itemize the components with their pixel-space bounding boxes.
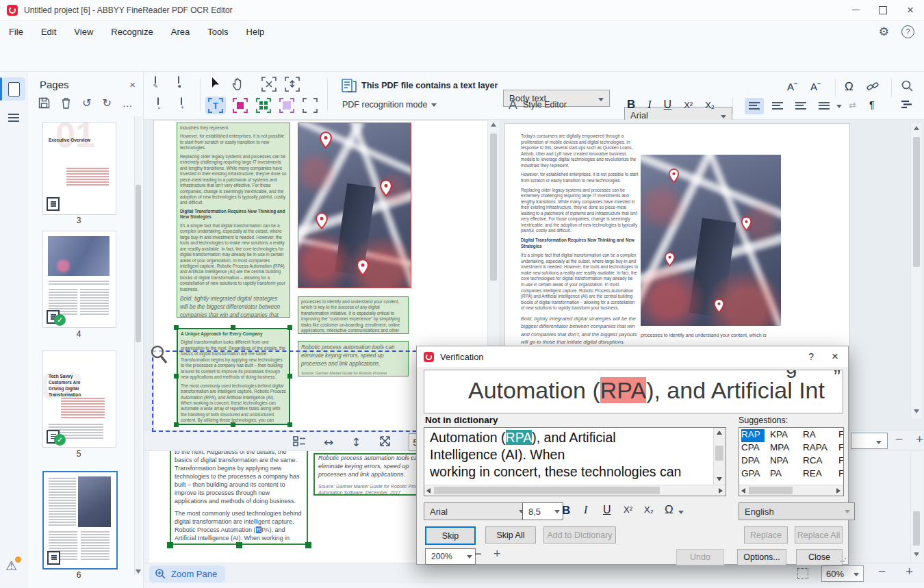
delete-page-icon[interactable] [61, 97, 71, 109]
zoom-in-icon[interactable]: + [906, 564, 913, 579]
menu-tools[interactable]: Tools [198, 21, 237, 42]
image-area-block[interactable] [298, 123, 411, 288]
resize-handle[interactable] [174, 325, 179, 330]
line-spacing-icon[interactable]: ⇄ [849, 100, 856, 110]
editbox-horizontal-scrollbar[interactable] [424, 485, 726, 496]
select-tool-icon[interactable] [208, 76, 222, 93]
page-thumbnail-3[interactable]: 01 Executive Overview [42, 122, 116, 215]
zoom-pane-scrollbar[interactable] [910, 451, 922, 563]
dialog-subscript-button[interactable]: X₂ [644, 504, 654, 515]
bold-button[interactable]: B [627, 98, 635, 112]
picture-area-tool-icon[interactable] [277, 97, 297, 114]
menu-edit[interactable]: Edit [32, 21, 65, 42]
close-button[interactable]: × [897, 0, 924, 20]
image-area-tool-icon[interactable] [230, 97, 251, 114]
page-thumbnail-6-selected[interactable] [42, 471, 118, 570]
style-editor-button[interactable]: Style Editor [508, 99, 567, 110]
increase-font-icon[interactable]: Aˆ [787, 81, 797, 92]
close-button[interactable]: Close [796, 549, 843, 565]
minimize-button[interactable] [842, 0, 869, 20]
rotate-left-icon[interactable]: ↺ [82, 97, 91, 110]
align-right-button[interactable] [791, 98, 810, 114]
replace-button[interactable]: Replace [744, 526, 788, 544]
dialog-superscript-button[interactable]: X² [624, 504, 632, 515]
text-pane-scrollbar[interactable] [910, 123, 922, 419]
dialog-zoom-out-icon[interactable]: − [474, 547, 482, 561]
text-area-block-2[interactable]: processes to identify and understand you… [298, 296, 409, 334]
align-left-button[interactable] [745, 98, 764, 114]
fit-height-icon[interactable]: ↕ [351, 435, 361, 449]
zoom-pane-zoom-select[interactable]: 60% [821, 565, 864, 582]
menu-area[interactable]: Area [162, 21, 198, 42]
zoom-in-icon[interactable]: + [916, 432, 923, 447]
resize-handle[interactable] [231, 325, 235, 330]
dialog-underline-button[interactable]: U [603, 504, 611, 516]
suggestions-horizontal-scrollbar[interactable] [739, 485, 843, 496]
options-button[interactable]: Options... [737, 549, 786, 565]
suggestion-item[interactable]: MPA [770, 442, 803, 455]
copy-page-icon[interactable]: + [181, 97, 182, 109]
skip-button[interactable]: Skip [425, 526, 476, 545]
search-icon[interactable] [901, 79, 914, 94]
suggestion-item[interactable]: KPA [770, 429, 803, 442]
dialog-font-size-select[interactable]: 8,5 [522, 502, 563, 520]
menu-file[interactable]: File [0, 21, 32, 42]
skip-all-button[interactable]: Skip All [485, 526, 536, 544]
suggestions-listbox[interactable]: RAP KPA RA F CPA MPA RAPA F DPA NPA RCA … [739, 427, 844, 496]
suggestion-item[interactable]: RAPA [803, 442, 838, 455]
decrease-font-icon[interactable]: Aˇ [810, 81, 821, 92]
dialog-bold-button[interactable]: B [562, 504, 570, 517]
fit-page-icon[interactable] [379, 435, 391, 449]
dialog-zoom-in-icon[interactable]: + [493, 547, 501, 561]
italic-button[interactable]: I [647, 99, 651, 111]
align-options-chevron-icon[interactable] [836, 105, 842, 111]
warning-icon[interactable]: ⚠ [5, 558, 17, 574]
more-options-icon[interactable]: … [123, 97, 133, 109]
pages-panel-tab[interactable] [2, 77, 25, 101]
pages-scrollbar[interactable] [134, 116, 142, 575]
dialog-resize-grip[interactable] [840, 556, 847, 563]
resize-handle[interactable] [305, 542, 311, 548]
edit-page-image-icon[interactable]: ✎ [155, 76, 156, 88]
pan-hand-icon[interactable] [231, 77, 246, 94]
zoom-pane-toggle-button[interactable]: Zoom Pane [149, 565, 225, 583]
dialog-symbol-chevron-icon[interactable] [678, 511, 684, 517]
settings-gear-icon[interactable]: ⚙ [879, 25, 889, 39]
pages-scroll-down-icon[interactable] [136, 570, 141, 574]
resize-handle[interactable] [236, 542, 242, 548]
add-to-dictionary-button[interactable]: Add to Dictionary [543, 526, 616, 544]
zoom-out-icon[interactable]: − [878, 564, 886, 579]
save-icon[interactable] [38, 97, 50, 109]
rotate-right-icon[interactable]: ↻ [102, 97, 111, 110]
not-in-dictionary-editbox[interactable]: Automation (RPA), and Artificial Intelli… [424, 427, 726, 496]
align-center-button[interactable] [768, 98, 787, 114]
page-thumbnail-5[interactable]: 02 Tech Savvy Customers Are Driving Digi… [42, 350, 116, 448]
pdf-recognition-mode-dropdown[interactable]: PDF recognition mode [342, 100, 437, 110]
special-symbol-icon[interactable]: Ω [845, 80, 854, 94]
resize-handle[interactable] [287, 325, 292, 330]
align-justify-button[interactable] [814, 98, 834, 114]
dialog-font-select[interactable]: Arial [424, 502, 529, 520]
menu-view[interactable]: View [65, 21, 102, 42]
preview-page-icon[interactable]: ⌕ [157, 97, 159, 109]
suggestion-item[interactable]: RA [803, 429, 838, 442]
undo-button[interactable]: Undo [676, 549, 724, 565]
suggestion-item[interactable]: F [838, 429, 844, 442]
suggestion-item[interactable]: PA [770, 468, 803, 481]
suggestion-item[interactable]: RCA [803, 455, 838, 468]
suggestion-item[interactable]: CPA [741, 442, 770, 455]
text-pane-zoom-select[interactable] [851, 433, 888, 449]
text-pane-settings-icon[interactable] [901, 99, 912, 112]
page-thumbnail-4[interactable]: ✓ [42, 231, 116, 328]
editbox-vertical-scrollbar[interactable] [713, 428, 726, 485]
suggestion-item[interactable]: F [838, 455, 844, 468]
underline-button[interactable]: U [664, 99, 672, 111]
subscript-button[interactable]: X₂ [705, 100, 715, 110]
dialog-close-icon[interactable]: × [832, 350, 838, 363]
dialog-italic-button[interactable]: I [584, 504, 587, 516]
maximize-button[interactable] [869, 0, 897, 20]
bookmarks-panel-tab[interactable] [2, 106, 25, 129]
close-panel-icon[interactable]: × [129, 79, 136, 90]
marquee-zoom-icon[interactable] [797, 568, 808, 579]
suggestion-item-selected[interactable]: RAP [741, 429, 765, 442]
